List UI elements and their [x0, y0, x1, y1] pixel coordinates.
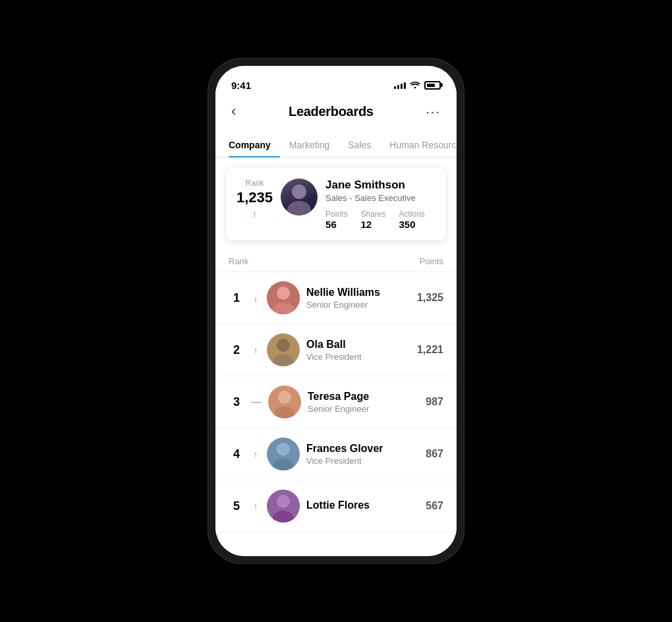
svg-point-6: [277, 339, 290, 352]
item-role: Vice President: [306, 352, 410, 362]
back-button[interactable]: ‹: [229, 100, 238, 123]
tab-company[interactable]: Company: [229, 133, 280, 157]
item-name: Teresa Page: [308, 391, 419, 403]
item-rank: 1: [229, 291, 244, 305]
svg-point-3: [277, 287, 290, 300]
rank-section: Rank 1,235 ↑: [237, 179, 273, 219]
page-header: ‹ Leaderboards ···: [215, 95, 457, 133]
card-name: Jane Smithson: [325, 179, 435, 192]
item-name: Frances Glover: [306, 443, 419, 455]
item-role: Senior Engineer: [308, 404, 419, 414]
item-info: Teresa Page Senior Engineer: [308, 391, 419, 414]
list-header: Rank Points: [215, 251, 457, 272]
item-info: Ola Ball Vice President: [306, 339, 410, 362]
status-time: 9:41: [231, 80, 251, 91]
list-item[interactable]: 4 ↑ Frances Glover Vice President 867: [215, 428, 457, 480]
status-bar: 9:41: [215, 66, 457, 95]
item-points: 1,221: [417, 344, 443, 356]
list-item[interactable]: 3 — Teresa Page Senior Engineer 987: [215, 376, 457, 428]
battery-icon: [424, 81, 441, 90]
tab-marketing[interactable]: Marketing: [280, 133, 339, 157]
item-name: Ola Ball: [306, 339, 410, 351]
tab-human-resources[interactable]: Human Resources: [380, 133, 457, 157]
avatar: [267, 281, 300, 314]
item-trend-icon: ↓: [251, 293, 260, 303]
card-role: Sales - Sales Executive: [325, 193, 435, 203]
item-trend-icon: ↑: [251, 501, 260, 511]
item-role: Vice President: [306, 456, 419, 466]
stat-actions: Actions 350: [399, 210, 424, 230]
item-trend-icon: —: [251, 396, 262, 408]
card-info: Jane Smithson Sales - Sales Executive Po…: [325, 179, 435, 230]
avatar: [268, 385, 301, 418]
item-info: Frances Glover Vice President: [306, 443, 419, 466]
stat-shares: Shares 12: [360, 210, 385, 230]
svg-point-1: [287, 201, 311, 215]
item-rank: 2: [229, 343, 244, 357]
rank-trend-icon: ↑: [252, 209, 257, 219]
item-role: Senior Engineer: [306, 300, 410, 310]
list-item[interactable]: 2 ↑ Ola Ball Vice President 1,221: [215, 324, 457, 376]
page-title: Leaderboards: [289, 104, 374, 119]
wifi-icon: [410, 80, 420, 90]
rank-label: Rank: [246, 179, 264, 188]
item-rank: 4: [229, 447, 244, 461]
list-item[interactable]: 5 ↑ Lottie Flores 567: [215, 480, 457, 532]
tab-bar: Company Marketing Sales Human Resources: [215, 133, 457, 157]
item-info: Lottie Flores: [306, 499, 419, 513]
svg-point-9: [278, 391, 291, 404]
my-rank-card: Rank 1,235 ↑ Jane Smithson Sales - Sales…: [226, 168, 446, 240]
item-rank: 3: [229, 395, 244, 409]
list-item[interactable]: 1 ↓ Nellie Williams Senior Engineer 1,32…: [215, 272, 457, 324]
item-trend-icon: ↑: [251, 345, 260, 355]
item-trend-icon: ↑: [251, 449, 260, 459]
item-points: 567: [426, 500, 443, 512]
card-stats: Points 56 Shares 12 Actions 350: [325, 210, 435, 230]
svg-point-12: [277, 443, 290, 456]
item-points: 987: [426, 396, 443, 408]
item-name: Nellie Williams: [306, 287, 410, 298]
points-column-header: Points: [420, 256, 443, 266]
rank-column-header: Rank: [229, 256, 248, 266]
svg-point-15: [277, 495, 290, 508]
avatar: [267, 438, 300, 470]
stat-points: Points 56: [325, 210, 347, 230]
more-button[interactable]: ···: [423, 101, 443, 122]
item-points: 1,325: [417, 292, 443, 304]
leaderboard-list: 1 ↓ Nellie Williams Senior Engineer 1,32…: [215, 272, 457, 532]
status-icons: [394, 80, 441, 90]
item-info: Nellie Williams Senior Engineer: [306, 287, 410, 310]
rank-number: 1,235: [237, 189, 273, 206]
avatar: [267, 490, 300, 523]
item-rank: 5: [229, 499, 244, 513]
my-avatar: [281, 179, 318, 215]
phone-screen: 9:41: [215, 66, 457, 556]
item-name: Lottie Flores: [306, 499, 419, 511]
item-points: 867: [426, 448, 443, 460]
app-content: ‹ Leaderboards ··· Company Marketing Sal…: [215, 95, 457, 556]
phone-frame: 9:41: [208, 58, 464, 564]
signal-icon: [394, 81, 406, 89]
svg-point-0: [292, 184, 306, 199]
avatar: [267, 333, 300, 366]
tab-sales[interactable]: Sales: [339, 133, 380, 157]
